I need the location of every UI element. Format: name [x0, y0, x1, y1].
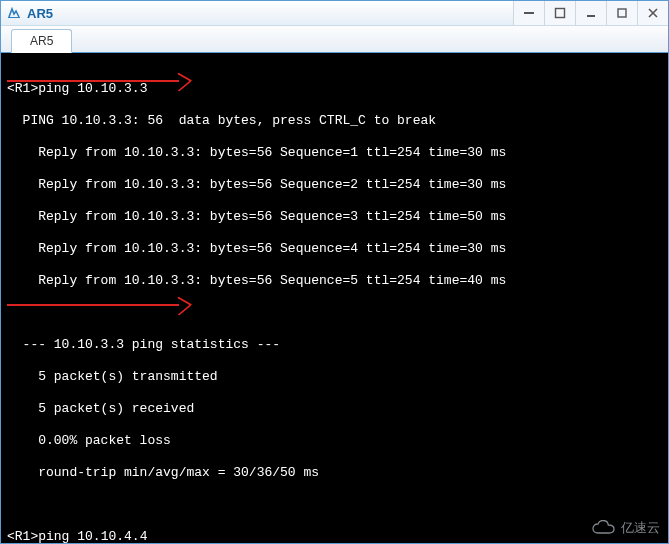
blank-line — [7, 497, 662, 513]
svg-rect-0 — [8, 17, 20, 18]
ping-reply: Reply from 10.10.3.3: bytes=56 Sequence=… — [7, 209, 662, 225]
cloud-icon — [591, 520, 617, 536]
stats-line: 5 packet(s) transmitted — [7, 369, 662, 385]
window-title: AR5 — [27, 6, 53, 21]
tab-label: AR5 — [30, 34, 53, 48]
close-button[interactable] — [637, 1, 668, 25]
stats-line: round-trip min/avg/max = 30/36/50 ms — [7, 465, 662, 481]
ping-reply: Reply from 10.10.3.3: bytes=56 Sequence=… — [7, 145, 662, 161]
stats-line: 0.00% packet loss — [7, 433, 662, 449]
svg-rect-3 — [587, 15, 595, 17]
tabstrip: AR5 — [1, 26, 668, 53]
app-icon — [7, 6, 21, 20]
blank-line — [7, 305, 662, 321]
app-window: AR5 AR5 <R1>ping 10.10.3.3 PING 10.10.3.… — [0, 0, 669, 544]
annotation-underline-2 — [7, 304, 179, 306]
watermark: 亿速云 — [591, 519, 660, 537]
tab-ar5[interactable]: AR5 — [11, 29, 72, 53]
titlebar: AR5 — [1, 1, 668, 26]
watermark-text: 亿速云 — [621, 519, 660, 537]
toolbar-button-1[interactable] — [513, 1, 544, 25]
cmd-line: <R1>ping 10.10.3.3 — [7, 81, 662, 97]
svg-rect-1 — [524, 12, 534, 14]
maximize-button[interactable] — [606, 1, 637, 25]
stats-header: --- 10.10.3.3 ping statistics --- — [7, 337, 662, 353]
cmd-line: <R1>ping 10.10.4.4 — [7, 529, 662, 543]
stats-line: 5 packet(s) received — [7, 401, 662, 417]
ping-header: PING 10.10.3.3: 56 data bytes, press CTR… — [7, 113, 662, 129]
terminal[interactable]: <R1>ping 10.10.3.3 PING 10.10.3.3: 56 da… — [1, 53, 668, 543]
minimize-button[interactable] — [575, 1, 606, 25]
window-controls — [513, 1, 668, 25]
ping-reply: Reply from 10.10.3.3: bytes=56 Sequence=… — [7, 273, 662, 289]
toolbar-button-2[interactable] — [544, 1, 575, 25]
svg-rect-4 — [618, 9, 626, 17]
ping-reply: Reply from 10.10.3.3: bytes=56 Sequence=… — [7, 177, 662, 193]
annotation-underline-1 — [7, 80, 179, 82]
ping-reply: Reply from 10.10.3.3: bytes=56 Sequence=… — [7, 241, 662, 257]
svg-rect-2 — [556, 9, 565, 18]
